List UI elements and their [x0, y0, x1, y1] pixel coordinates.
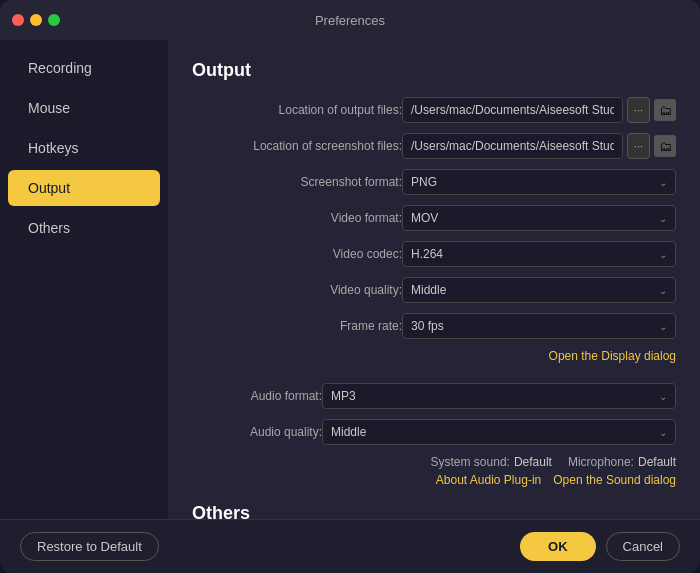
preferences-window: Preferences Recording Mouse Hotkeys Outp… [0, 0, 700, 573]
frame-rate-label: Frame rate: [192, 319, 402, 333]
audio-quality-value: Middle [331, 425, 366, 439]
minimize-button[interactable] [30, 14, 42, 26]
display-dialog-row: Open the Display dialog [192, 349, 676, 363]
bottom-right-buttons: OK Cancel [520, 532, 680, 561]
output-files-more-btn[interactable]: ··· [627, 97, 650, 123]
microphone-item: Microphone: Default [568, 455, 676, 469]
about-audio-plugin-link[interactable]: About Audio Plug-in [436, 473, 541, 487]
video-quality-dropdown[interactable]: Middle ⌄ [402, 277, 676, 303]
video-codec-dropdown[interactable]: H.264 ⌄ [402, 241, 676, 267]
microphone-value: Default [638, 455, 676, 469]
sound-status-row: System sound: Default Microphone: Defaul… [192, 455, 676, 469]
cancel-button[interactable]: Cancel [606, 532, 680, 561]
screenshot-files-label: Location of screenshot files: [192, 139, 402, 153]
audio-quality-chevron: ⌄ [659, 427, 667, 438]
others-section-title: Others [192, 503, 676, 519]
video-quality-chevron: ⌄ [659, 285, 667, 296]
sidebar-item-others[interactable]: Others [8, 210, 160, 246]
restore-default-button[interactable]: Restore to Default [20, 532, 159, 561]
video-codec-label: Video codec: [192, 247, 402, 261]
audio-format-chevron: ⌄ [659, 391, 667, 402]
close-button[interactable] [12, 14, 24, 26]
traffic-lights [12, 14, 60, 26]
maximize-button[interactable] [48, 14, 60, 26]
screenshot-format-dropdown[interactable]: PNG ⌄ [402, 169, 676, 195]
video-format-chevron: ⌄ [659, 213, 667, 224]
screenshot-format-chevron: ⌄ [659, 177, 667, 188]
video-quality-value: Middle [411, 283, 446, 297]
system-sound-label: System sound: [431, 455, 510, 469]
audio-quality-label: Audio quality: [192, 425, 322, 439]
sidebar-item-hotkeys[interactable]: Hotkeys [8, 130, 160, 166]
video-quality-row: Video quality: Middle ⌄ [192, 277, 676, 303]
sidebar: Recording Mouse Hotkeys Output Others [0, 40, 168, 519]
sidebar-item-mouse[interactable]: Mouse [8, 90, 160, 126]
open-display-dialog-link[interactable]: Open the Display dialog [549, 349, 676, 363]
output-files-input-group: ··· 🗂 [402, 97, 676, 123]
audio-format-row: Audio format: MP3 ⌄ [192, 383, 676, 409]
content-area: Output Location of output files: ··· 🗂 L… [168, 40, 700, 519]
screenshot-format-value: PNG [411, 175, 437, 189]
screenshot-files-more-btn[interactable]: ··· [627, 133, 650, 159]
video-codec-value: H.264 [411, 247, 443, 261]
video-format-row: Video format: MOV ⌄ [192, 205, 676, 231]
screenshot-files-input-group: ··· 🗂 [402, 133, 676, 159]
audio-format-label: Audio format: [192, 389, 322, 403]
output-files-label: Location of output files: [192, 103, 402, 117]
screenshot-format-label: Screenshot format: [192, 175, 402, 189]
audio-links-row: About Audio Plug-in Open the Sound dialo… [192, 473, 676, 487]
bottom-bar: Restore to Default OK Cancel [0, 519, 700, 573]
frame-rate-chevron: ⌄ [659, 321, 667, 332]
microphone-label: Microphone: [568, 455, 634, 469]
frame-rate-row: Frame rate: 30 fps ⌄ [192, 313, 676, 339]
video-format-label: Video format: [192, 211, 402, 225]
system-sound-item: System sound: Default [431, 455, 552, 469]
output-files-input[interactable] [402, 97, 623, 123]
screenshot-files-input[interactable] [402, 133, 623, 159]
output-section-title: Output [192, 60, 676, 81]
frame-rate-value: 30 fps [411, 319, 444, 333]
main-content: Recording Mouse Hotkeys Output Others Ou… [0, 40, 700, 519]
audio-quality-row: Audio quality: Middle ⌄ [192, 419, 676, 445]
video-format-value: MOV [411, 211, 438, 225]
frame-rate-dropdown[interactable]: 30 fps ⌄ [402, 313, 676, 339]
video-codec-chevron: ⌄ [659, 249, 667, 260]
title-bar: Preferences [0, 0, 700, 40]
system-sound-value: Default [514, 455, 552, 469]
screenshot-format-row: Screenshot format: PNG ⌄ [192, 169, 676, 195]
audio-quality-dropdown[interactable]: Middle ⌄ [322, 419, 676, 445]
output-files-folder-btn[interactable]: 🗂 [654, 99, 676, 121]
window-title: Preferences [315, 13, 385, 28]
sidebar-item-recording[interactable]: Recording [8, 50, 160, 86]
screenshot-files-folder-btn[interactable]: 🗂 [654, 135, 676, 157]
audio-format-value: MP3 [331, 389, 356, 403]
audio-format-dropdown[interactable]: MP3 ⌄ [322, 383, 676, 409]
video-format-dropdown[interactable]: MOV ⌄ [402, 205, 676, 231]
open-sound-dialog-link[interactable]: Open the Sound dialog [553, 473, 676, 487]
video-codec-row: Video codec: H.264 ⌄ [192, 241, 676, 267]
sidebar-item-output[interactable]: Output [8, 170, 160, 206]
screenshot-files-row: Location of screenshot files: ··· 🗂 [192, 133, 676, 159]
ok-button[interactable]: OK [520, 532, 596, 561]
output-files-row: Location of output files: ··· 🗂 [192, 97, 676, 123]
video-quality-label: Video quality: [192, 283, 402, 297]
